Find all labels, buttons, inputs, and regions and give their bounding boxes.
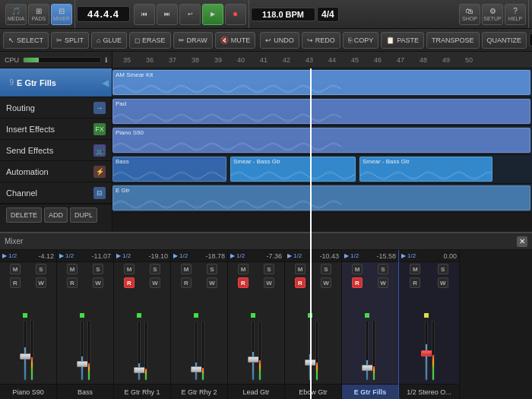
ch-w-button-5[interactable]: W [150, 277, 160, 288]
channel-strip-8[interactable]: ▶ 1/2 -10.43 M S R W Ebow Gtr [285, 250, 342, 399]
back-button[interactable]: ↩ [179, 4, 201, 25]
ch-fader-track-9 [366, 320, 369, 381]
ch-m-button-9[interactable]: M [352, 264, 363, 274]
ch-s-button-3[interactable]: S [36, 264, 46, 274]
ch-r-button-4[interactable]: R [67, 277, 78, 288]
ch-m-button-6[interactable]: M [181, 264, 192, 274]
sidebar-item-insert-effects[interactable]: Insert Effects FX [0, 119, 112, 140]
ch-r-button-6[interactable]: R [181, 277, 192, 288]
ch-meter-fill-3 [31, 357, 33, 380]
ch-s-button-st[interactable]: S [438, 264, 448, 274]
clip[interactable]: Pad [112, 99, 530, 124]
mixer-close-button[interactable]: ✕ [517, 236, 527, 247]
ch-m-button-8[interactable]: M [295, 264, 306, 274]
ch-msrw-row: M S [171, 262, 227, 276]
time-sig-display[interactable]: 4/4 [317, 7, 339, 22]
channel-strip-3[interactable]: ▶ 1/2 -4.12 M S R W Piano S90 [0, 250, 57, 399]
ch-m-button-st[interactable]: M [410, 264, 420, 274]
pads-button[interactable]: ⊞ PADS [28, 4, 49, 25]
erase-button[interactable]: ◻ ERASE [129, 32, 171, 49]
ch-w-button-6[interactable]: W [207, 277, 217, 288]
clip[interactable]: Smear - Bass Gtr [230, 157, 356, 182]
quantize-button[interactable]: QUANTIZE [482, 32, 527, 49]
ch-w-button-8[interactable]: W [321, 277, 331, 288]
ch-r-button-9[interactable]: R [352, 277, 363, 288]
sidebar-item-channel[interactable]: Channel ⊟ [0, 182, 112, 204]
ch-r-button-5[interactable]: R [124, 277, 135, 288]
rewind-button[interactable]: ⏮ [134, 4, 155, 25]
forward-button[interactable]: ⏭ [157, 4, 178, 25]
clip[interactable]: AM Smear Kit [112, 70, 530, 95]
ch-r-button-7[interactable]: R [238, 277, 249, 288]
transpose-button[interactable]: TRANSPOSE [426, 32, 480, 49]
ch-m-button-3[interactable]: M [10, 264, 21, 274]
clip[interactable]: Piano S90 [112, 128, 530, 153]
mixer-channels: ▶ 1/2 -4.12 M S R W Piano S90 [0, 250, 532, 399]
ch-s-button-5[interactable]: S [150, 264, 160, 274]
channel-strip-7[interactable]: ▶ 1/2 -7.36 M S R W Lead Gtr [228, 250, 285, 399]
ch-w-button-7[interactable]: W [264, 277, 274, 288]
ch-s-button-7[interactable]: S [264, 264, 274, 274]
ch-w-button-3[interactable]: W [36, 277, 46, 288]
ch-routing-label: 1/2 [236, 252, 245, 259]
ch-db: -19.10 [148, 252, 168, 260]
track-number: 9 [3, 78, 14, 87]
ch-routing-label: 1/2 [407, 252, 416, 259]
sidebar-item-automation[interactable]: Automation ⚡ [0, 161, 112, 182]
ch-r-button-3[interactable]: R [10, 277, 21, 288]
ruler-mark: 48 [412, 56, 435, 64]
tempo-display[interactable]: 44.4.4 [77, 6, 130, 22]
copy-button[interactable]: ⎘ COPY [343, 32, 379, 49]
undo-button[interactable]: ↩ UNDO [260, 32, 299, 49]
ch-routing-8: ▶ 1/2 -10.43 [285, 250, 341, 262]
ch-s-button-9[interactable]: S [378, 264, 388, 274]
media-button[interactable]: 🎵 MEDIA [5, 4, 27, 25]
ch-r-button-8[interactable]: R [295, 277, 306, 288]
mute-button[interactable]: 🔇 MUTE [215, 32, 256, 49]
ch-m-button-7[interactable]: M [238, 264, 249, 274]
quant-value-display[interactable]: 1/16 [529, 33, 532, 46]
ch-fader-track-6 [195, 320, 198, 381]
channel-strip-6[interactable]: ▶ 1/2 -18.78 M S R W E Gtr Rhy 2 [171, 250, 228, 399]
setup-button[interactable]: ⚙ SETUP [482, 4, 503, 25]
sidebar-item-send-effects[interactable]: Send Effects 📺 [0, 140, 112, 161]
ch-r-button-st[interactable]: R [410, 277, 420, 288]
shop-button[interactable]: 🛍 SHOP [459, 4, 480, 25]
draw-button[interactable]: ✏ DRAW [173, 32, 213, 49]
mixer-button[interactable]: ⊟ MIXER [51, 4, 72, 25]
sidebar-item-routing[interactable]: Routing → [0, 97, 112, 119]
add-button[interactable]: ADD [44, 207, 68, 223]
ch-w-button-4[interactable]: W [93, 277, 103, 288]
clip-waveform [360, 166, 492, 181]
help-button[interactable]: ? HELP [505, 4, 526, 25]
paste-button[interactable]: 📋 PASTE [381, 32, 424, 49]
routing-icon: ▶ [344, 252, 349, 259]
ch-m-button-4[interactable]: M [67, 264, 78, 274]
play-button[interactable]: ▶ [202, 4, 223, 25]
split-button[interactable]: ✂ SPLIT [51, 32, 89, 49]
dupl-button[interactable]: DUPL [70, 207, 97, 223]
record-button[interactable]: ⏺ [225, 4, 246, 25]
delete-button[interactable]: DELETE [6, 207, 42, 223]
bpm-display[interactable]: 118.0 BPM [251, 8, 315, 21]
glue-button[interactable]: ⌂ GLUE [91, 32, 127, 49]
ch-w-button-9[interactable]: W [378, 277, 388, 288]
track-item-egtr[interactable]: 9 E Gtr Fills ◀ [0, 68, 112, 97]
redo-button[interactable]: ↪ REDO [302, 32, 340, 49]
channel-strip-5[interactable]: ▶ 1/2 -19.10 M S R W E Gtr Rhy 1 [114, 250, 171, 399]
channel-strip-4[interactable]: ▶ 1/2 -11.07 M S R W Bass [57, 250, 114, 399]
select-button[interactable]: ↖ SELECT [3, 32, 49, 49]
ch-meter-fill-5 [145, 369, 147, 380]
clip[interactable]: E Gtr [112, 185, 530, 211]
clip[interactable]: Smear - Bass Gtr [359, 157, 492, 182]
clip[interactable]: Bass [112, 157, 226, 182]
ch-w-button-st[interactable]: W [438, 277, 448, 288]
channel-strip-9[interactable]: ▶ 1/2 -15.58 M S R W E Gtr Fills [342, 250, 399, 399]
channel-strip-st[interactable]: ▶ 1/2 0.00 M S R W 1/2 Stereo O... [399, 250, 460, 399]
ch-m-button-5[interactable]: M [124, 264, 135, 274]
ch-s-button-4[interactable]: S [93, 264, 103, 274]
ch-s-button-6[interactable]: S [207, 264, 217, 274]
ch-s-button-8[interactable]: S [321, 264, 331, 274]
ch-led-5 [137, 313, 141, 318]
media-icon: 🎵 [11, 7, 21, 15]
